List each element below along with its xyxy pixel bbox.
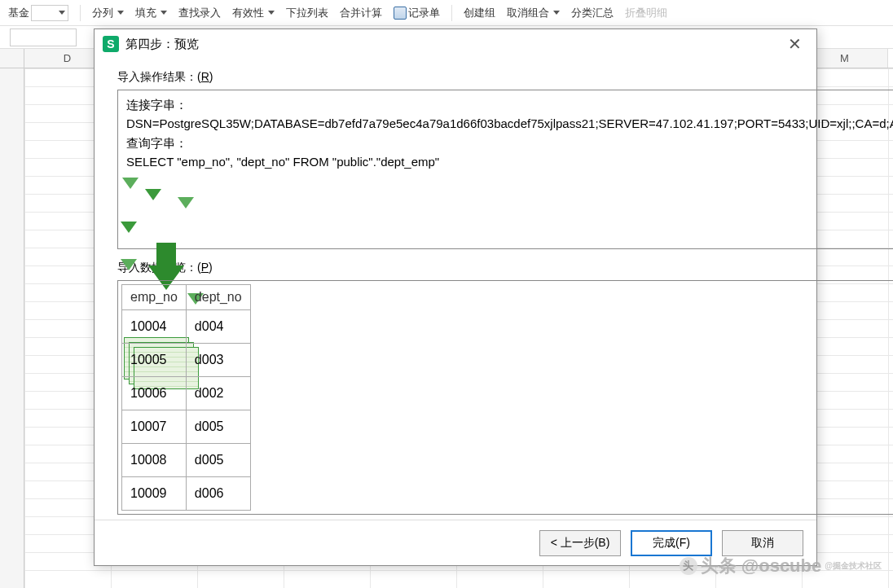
watermark-sub: @掘金技术社区 [825,560,882,572]
toolbar-label: 填充 [135,6,156,20]
watermark-icon: 头 [680,557,697,575]
find-import-button[interactable]: 查找录入 [174,4,226,22]
fill-button[interactable]: 填充 [130,4,172,22]
table-row[interactable]: 10009d006 [122,477,251,511]
chevron-down-icon [553,11,560,15]
cell-emp-no: 10008 [122,444,187,477]
ribbon-toolbar: 基金 分列 填充 查找录入 有效性 下拉列表 合并计算 记录单 创建组 取消组合… [0,0,893,26]
table-row[interactable]: 10004d004 [122,310,251,344]
dropdown-list-button[interactable]: 下拉列表 [281,4,333,22]
toolbar-label: 分列 [92,6,113,20]
toolbar-label: 基金 [8,6,29,20]
import-result-textbox[interactable]: 连接字串： DSN=PostgreSQL35W;DATABASE=db7efd7… [117,90,893,249]
toolbar-label: 有效性 [232,6,264,20]
toolbar-label: 创建组 [464,6,495,20]
cell-emp-no: 10005 [122,344,187,377]
record-sheet-button[interactable]: 记录单 [389,4,445,22]
cell-emp-no: 10004 [122,310,187,344]
toolbar-label: 取消组合 [507,6,549,20]
chevron-down-icon [59,11,65,15]
arrow-down-icon [122,178,139,189]
collapse-detail-button: 折叠明细 [620,4,672,22]
chevron-down-icon [268,11,275,15]
cancel-button[interactable]: 取消 [722,530,803,556]
row-headers [0,68,24,588]
cell-emp-no: 10007 [122,410,187,444]
cell-dept-no: d006 [186,477,250,511]
preview-data-box: emp_no dept_no 10004d00410005d00310006d0… [117,280,893,515]
ungroup-button[interactable]: 取消组合 [502,4,565,22]
table-row[interactable]: 10005d003 [122,344,251,377]
arrow-down-icon [178,197,194,208]
dialog-titlebar: S 第四步：预览 ✕ [95,29,816,59]
chevron-down-icon [117,11,124,15]
separator [80,5,81,21]
separator [451,5,452,21]
preview-header-row: emp_no dept_no [122,285,251,310]
col-header-emp-no: emp_no [122,285,187,310]
chevron-down-icon [161,11,167,15]
preview-header-row: 导入数据预览：(P) ✓ 仅显示开始50条数据(H) [117,261,893,275]
toolbar-label: 记录单 [408,6,440,20]
cell-dept-no: d005 [186,410,250,444]
close-button[interactable]: ✕ [781,31,808,57]
dialog-main-column: 导入操作结果：(R) 连接字串： DSN=PostgreSQL35W;DATAB… [117,64,893,515]
cell-emp-no: 10006 [122,377,187,410]
record-sheet-icon [394,7,407,20]
toolbar-label: 分类汇总 [571,6,614,20]
toolbar-label: 折叠明细 [625,6,667,20]
merge-calc-button[interactable]: 合并计算 [335,4,387,22]
cell-dept-no: d004 [186,310,250,344]
wps-logo-icon: S [103,36,119,52]
watermark: 头 头条 @oscube @掘金技术社区 [680,554,882,578]
result-text: 连接字串： DSN=PostgreSQL35W;DATABASE=db7efd7… [126,95,893,171]
preview-table: emp_no dept_no 10004d00410005d00310006d0… [121,284,251,511]
arrow-down-icon [145,189,161,200]
subtotal-button[interactable]: 分类汇总 [566,4,618,22]
create-group-button[interactable]: 创建组 [459,4,500,22]
dialog-title-text: 第四步：预览 [125,37,199,52]
toolbar-label: 查找录入 [178,6,221,20]
arrow-down-icon [121,259,137,270]
fund-dropdown-box[interactable] [31,5,68,21]
validity-button[interactable]: 有效性 [227,4,279,22]
fund-button[interactable]: 基金 [3,3,73,23]
prev-button[interactable]: < 上一步(B) [539,530,621,556]
name-box[interactable] [10,29,77,46]
toolbar-label: 下拉列表 [286,6,328,20]
table-row[interactable]: 10007d005 [122,410,251,444]
col-header-dept-no: dept_no [186,285,250,310]
watermark-text: 头条 @oscube [701,554,822,578]
cell-dept-no: d005 [186,444,250,477]
dialog-body: 导入操作结果：(R) 连接字串： DSN=PostgreSQL35W;DATAB… [95,59,816,520]
table-row[interactable]: 10008d005 [122,444,251,477]
result-label: 导入操作结果：(R) [117,70,893,85]
split-columns-button[interactable]: 分列 [87,4,129,22]
cell-emp-no: 10009 [122,477,187,511]
toolbar-label: 合并计算 [340,6,382,20]
table-row[interactable]: 10006d002 [122,377,251,410]
cell-dept-no: d002 [186,377,250,410]
arrow-down-icon [121,222,137,233]
finish-button[interactable]: 完成(F) [631,530,712,556]
cell-dept-no: d003 [186,344,250,377]
select-all-corner[interactable] [0,49,24,68]
import-wizard-dialog: S 第四步：预览 ✕ 导入操作结果：(R) 连接字串： DSN=PostgreS… [94,29,817,566]
